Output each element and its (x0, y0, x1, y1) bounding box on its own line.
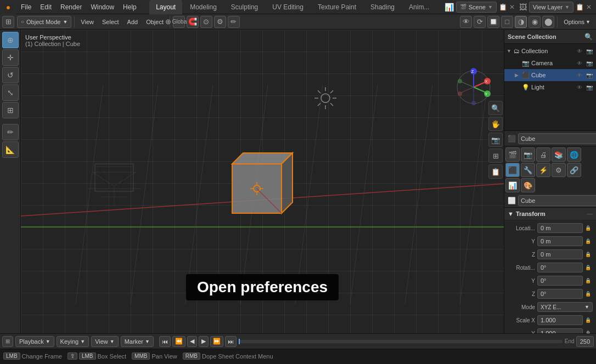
scene-eye-icon[interactable]: 👁 (577, 48, 584, 54)
cube-render-icon[interactable]: 📷 (586, 72, 594, 78)
gizmos-btn[interactable]: ⟳ (474, 16, 486, 28)
scene-close-icon[interactable]: ✕ (509, 3, 515, 11)
prop-tab-view-layer[interactable]: 📚 (552, 147, 566, 162)
location-x-value[interactable]: 0 m (537, 223, 583, 233)
jump-end-btn[interactable]: ⏭ (225, 336, 237, 347)
prop-tab-data[interactable]: 📊 (505, 178, 520, 192)
jump-start-btn[interactable]: ⏮ (159, 336, 171, 347)
playback-menu-btn[interactable]: Playback ▼ (15, 336, 54, 347)
outliner-item-scene-collection[interactable]: ▼ 🗂 Collection 👁 📷 (504, 45, 596, 57)
tool-rotate[interactable]: ↺ (2, 67, 19, 83)
transform-section-header[interactable]: ▼ Transform — (504, 208, 596, 220)
grease-pencil-btn[interactable]: ✏ (228, 16, 240, 28)
rotation-z-value[interactable]: 0° (537, 289, 583, 299)
tool-transform[interactable]: ⊞ (2, 102, 19, 118)
rotation-x-lock[interactable]: 🔒 (585, 265, 593, 270)
view-layer-close[interactable]: ✕ (586, 3, 592, 11)
prop-tab-physics[interactable]: ⚙ (552, 163, 566, 177)
rotation-y-value[interactable]: 0° (537, 276, 583, 286)
options-btn[interactable]: Options ▼ (560, 16, 594, 28)
top-ortho-btn[interactable]: ⊞ (488, 149, 503, 163)
tab-sculpting[interactable]: Sculpting (224, 0, 265, 14)
keying-menu-btn[interactable]: Keying ▼ (57, 336, 89, 347)
object-menu-btn[interactable]: Object (143, 16, 167, 28)
view-layer-selector[interactable]: View Layer ▼ (529, 2, 573, 13)
play-btn[interactable]: ▶ (199, 336, 209, 347)
end-frame-field[interactable]: 250 (576, 336, 594, 347)
prop-tab-modifier[interactable]: 🔧 (521, 163, 535, 177)
scale-x-lock[interactable]: 🔒 (585, 317, 593, 323)
outliner-filter-icon[interactable]: 🔍 (584, 33, 593, 41)
prop-tab-material[interactable]: 🎨 (521, 178, 535, 192)
tab-texture-paint[interactable]: Texture Paint (311, 0, 363, 14)
zoom-in-btn[interactable]: 🔍 (488, 101, 503, 115)
blender-logo[interactable]: ● (0, 0, 16, 14)
timeline-scrubber[interactable] (239, 340, 563, 343)
shading-solid-btn[interactable]: ◑ (515, 16, 527, 28)
menu-file[interactable]: File (16, 0, 36, 14)
viewport-3d[interactable]: User Perspective (1) Collection | Cube X… (21, 30, 504, 333)
overlays-btn[interactable]: 🔲 (487, 16, 499, 28)
tool-scale[interactable]: ⤡ (2, 84, 19, 101)
tab-uv-editing[interactable]: UV Editing (266, 0, 310, 14)
object-name-field[interactable] (518, 133, 596, 144)
tool-move[interactable]: ✛ (2, 49, 19, 66)
activity-icon[interactable]: 📊 (445, 3, 454, 12)
tool-cursor[interactable]: ⊕ (2, 32, 19, 48)
camera-eye-icon[interactable]: 👁 (577, 60, 584, 66)
view-menu-btn[interactable]: View (77, 16, 97, 28)
prop-tab-particles[interactable]: ⚡ (536, 163, 550, 177)
scale-x-value[interactable]: 1.000 (537, 315, 583, 325)
camera-render-icon[interactable]: 📷 (586, 60, 594, 66)
menu-window[interactable]: Window (86, 0, 119, 14)
scene-render-icon[interactable]: 📷 (586, 48, 594, 54)
outliner-item-light[interactable]: ▶ 💡 Light 👁 📷 (504, 81, 596, 93)
menu-edit[interactable]: Edit (36, 0, 56, 14)
marker-menu-btn[interactable]: Marker ▼ (121, 336, 154, 347)
menu-help[interactable]: Help (119, 0, 141, 14)
shading-render-btn[interactable]: ⬤ (542, 16, 554, 28)
transform-collapse[interactable]: — (587, 211, 593, 217)
scene-new-icon[interactable]: 📋 (499, 3, 507, 11)
prop-tab-render[interactable]: 📷 (521, 147, 535, 162)
location-z-lock[interactable]: 🔒 (585, 252, 593, 257)
add-menu-btn[interactable]: Add (124, 16, 142, 28)
scale-y-value[interactable]: 1.000 (537, 328, 583, 333)
object-mode-dropdown[interactable]: ○ Object Mode ▼ (17, 16, 71, 28)
location-y-value[interactable]: 0 m (537, 236, 583, 246)
prop-tab-scene[interactable]: 🎬 (505, 147, 520, 162)
proportional-edit-btn[interactable]: ⊙ (200, 16, 212, 28)
prop-tab-output[interactable]: 🖨 (536, 147, 550, 162)
extra-btn[interactable]: ⚙ (214, 16, 226, 28)
outliner-item-cube[interactable]: ▶ ⬛ Cube 👁 📷 (504, 69, 596, 81)
viewport-toggle-btn[interactable]: ⊞ (2, 16, 14, 28)
light-render-icon[interactable]: 📷 (586, 84, 594, 90)
tab-layout[interactable]: Layout (149, 0, 182, 14)
scale-y-lock[interactable]: 🔒 (585, 331, 593, 333)
select-menu-btn[interactable]: Select (99, 16, 122, 28)
outliner-item-camera[interactable]: ▶ 📷 Camera 👁 📷 (504, 57, 596, 69)
prop-tab-constraints[interactable]: 🔗 (567, 163, 581, 177)
viewport-gizmo[interactable]: X Y Z (454, 68, 493, 106)
tab-shading[interactable]: Shading (364, 0, 401, 14)
step-forward-btn[interactable]: ⏩ (210, 336, 223, 347)
location-y-lock[interactable]: 🔒 (585, 238, 593, 244)
light-eye-icon[interactable]: 👁 (577, 84, 584, 90)
view-menu-btn[interactable]: View ▼ (91, 336, 119, 347)
rotation-x-value[interactable]: 0° (537, 263, 583, 272)
view-layer-new[interactable]: 📋 (576, 3, 584, 11)
transform-global-btn[interactable]: ⊕ Global ▼ (173, 16, 185, 28)
play-reverse-btn[interactable]: ◀ (187, 336, 197, 347)
tool-measure[interactable]: 📐 (2, 141, 19, 158)
timeline-toggle-btn[interactable]: ⊞ (2, 336, 13, 347)
location-x-lock[interactable]: 🔒 (585, 225, 593, 231)
scene-selector[interactable]: 🎬 Scene ▼ (456, 2, 497, 13)
menu-render[interactable]: Render (56, 0, 86, 14)
rotation-z-lock[interactable]: 🔒 (585, 291, 593, 297)
rotation-y-lock[interactable]: 🔒 (585, 278, 593, 283)
prop-tab-object[interactable]: ⬛ (505, 163, 520, 177)
view-3d-icon[interactable]: 👁 (460, 16, 472, 28)
tool-annotate[interactable]: ✏ (2, 124, 19, 140)
location-z-value[interactable]: 0 m (537, 249, 583, 259)
collections-btn[interactable]: 📋 (488, 164, 503, 179)
